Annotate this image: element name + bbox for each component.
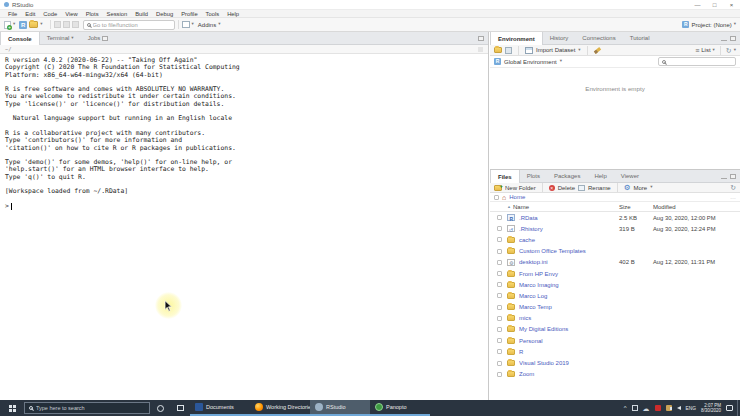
goto-file-box[interactable] [83,20,175,30]
menu-item[interactable]: Edit [21,11,39,17]
menu-item[interactable]: Debug [152,11,177,17]
menu-item[interactable]: File [4,11,21,17]
menu-item[interactable]: Profile [177,11,201,17]
file-name-link[interactable]: Marco Temp [519,304,619,310]
file-name-link[interactable]: My Digital Editions [519,326,619,332]
new-file-caret-icon[interactable]: ▾ [13,22,15,27]
import-dataset-caret-icon[interactable]: ▾ [578,48,580,53]
taskbar-clock[interactable]: 2:07 PM 8/30/2020 [701,403,721,414]
refresh-icon[interactable]: ↻ [726,47,732,54]
start-button[interactable] [0,400,24,416]
taskbar-search-box[interactable] [24,402,150,414]
close-button[interactable]: × [723,0,740,9]
file-name-link[interactable]: Zoom [519,371,619,377]
file-name-link[interactable]: .Rhistory [519,226,619,232]
file-checkbox[interactable] [497,215,502,220]
new-project-icon[interactable]: R [19,21,27,29]
column-header-size[interactable]: Size [619,204,653,210]
file-row[interactable]: Personal [490,335,740,346]
file-checkbox[interactable] [497,282,502,287]
tab-tutorial[interactable]: Tutorial [623,32,657,44]
file-row[interactable]: Marco Temp [490,302,740,313]
menu-item[interactable]: View [61,11,81,17]
environment-scope-select[interactable]: Global Environment [504,59,557,65]
file-name-link[interactable]: Marco Imaging [519,282,619,288]
goto-file-input[interactable] [93,22,171,28]
file-row[interactable]: Marco Imaging [490,279,740,290]
menu-item[interactable]: Build [131,11,152,17]
new-file-icon[interactable] [4,21,11,29]
menu-item[interactable]: Plots [82,11,103,17]
file-row[interactable]: Marco Log [490,290,740,301]
taskbar-app-button[interactable]: Panopto [370,400,430,416]
list-view-caret-icon[interactable]: ▾ [713,48,715,53]
file-checkbox[interactable] [497,349,502,354]
taskbar-app-button[interactable]: Working Directorie... [250,400,310,416]
taskbar-app-button[interactable]: RStudio [310,400,370,416]
file-checkbox[interactable] [497,305,502,310]
tab-plots[interactable]: Plots [520,170,547,182]
file-checkbox[interactable] [497,361,502,366]
select-all-checkbox[interactable] [494,195,499,200]
column-header-name[interactable]: ▲ Name [507,204,619,210]
file-row[interactable]: mics [490,313,740,324]
maximize-pane-icon[interactable] [478,36,484,41]
tray-expand-icon[interactable]: ^ [624,405,627,411]
menu-item[interactable]: Session [103,11,132,17]
tray-device-icon[interactable] [632,405,638,411]
file-name-link[interactable]: Marco Log [519,293,619,299]
minimize-button[interactable]: — [689,0,706,9]
minimize-pane-icon[interactable] [721,39,727,41]
maximize-button[interactable]: □ [706,0,723,9]
taskbar-app-button[interactable]: Documents [190,400,250,416]
tab-jobs[interactable]: Jobs [81,32,116,44]
breadcrumb-home[interactable]: Home [509,194,525,200]
file-row[interactable]: Visual Studio 2019 [490,357,740,368]
file-checkbox[interactable] [497,338,502,343]
addins-caret-icon[interactable]: ▾ [218,22,220,27]
workspace-panes-icon[interactable] [182,21,190,28]
file-row[interactable]: desktop.ini 402 B Aug 12, 2020, 11:31 PM [490,257,740,268]
file-name-link[interactable]: desktop.ini [519,259,619,265]
file-row[interactable]: cache [490,234,740,245]
file-checkbox[interactable] [497,271,502,276]
more-caret-icon[interactable]: ▾ [650,185,652,190]
file-name-link[interactable]: mics [519,315,619,321]
taskbar-search-input[interactable] [36,405,145,411]
tab-files[interactable]: Files [490,170,520,183]
file-row[interactable]: .RData 2.5 KB Aug 30, 2020, 12:00 PM [490,212,740,223]
open-file-icon[interactable] [29,21,38,28]
tab-terminal[interactable]: Terminal ▾ [40,32,81,44]
workspace-panes-caret-icon[interactable]: ▾ [192,22,194,27]
minimize-pane-icon[interactable] [721,177,727,179]
clear-workspace-icon[interactable] [593,47,600,54]
refresh-files-icon[interactable]: ↻ [730,184,736,191]
language-indicator[interactable]: ENG [686,406,696,411]
file-name-link[interactable]: cache [519,237,619,243]
load-workspace-icon[interactable] [494,47,502,53]
addins-menu[interactable]: Addins [198,22,216,28]
file-checkbox[interactable] [497,226,502,231]
tab-viewer[interactable]: Viewer [614,170,646,182]
tab-console[interactable]: Console [0,32,40,45]
file-checkbox[interactable] [497,316,502,321]
open-recent-caret-icon[interactable]: ▾ [40,22,42,27]
maximize-pane-icon[interactable] [730,36,736,41]
menu-item[interactable]: Help [223,11,243,17]
more-button[interactable]: More [633,185,647,191]
file-checkbox[interactable] [497,372,502,377]
file-row[interactable]: From HP Envy [490,268,740,279]
file-name-link[interactable]: Personal [519,338,619,344]
tab-connections[interactable]: Connections [575,32,622,44]
volume-icon[interactable] [677,406,681,410]
import-dataset-button[interactable]: Import Dataset [536,47,575,53]
file-name-link[interactable]: Custom Office Templates [519,248,619,254]
tab-help[interactable]: Help [587,170,613,182]
file-checkbox[interactable] [497,260,502,265]
file-name-link[interactable]: From HP Envy [519,271,619,277]
maximize-pane-icon[interactable] [730,174,736,179]
menu-item[interactable]: Code [39,11,61,17]
tab-packages[interactable]: Packages [547,170,587,182]
environment-search-box[interactable] [658,57,736,66]
rename-button[interactable]: Rename [588,185,611,191]
